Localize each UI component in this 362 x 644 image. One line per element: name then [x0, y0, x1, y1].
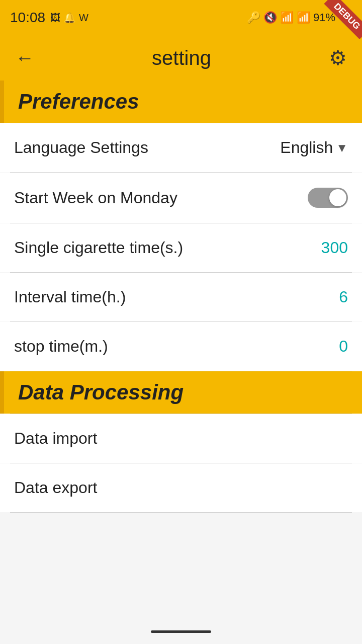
start-week-monday-row[interactable]: Start Week on Monday: [0, 173, 362, 223]
language-dropdown[interactable]: English ▼: [280, 138, 348, 157]
key-icon: 🔑: [247, 11, 260, 24]
gear-button[interactable]: ⚙: [329, 46, 347, 69]
image-icon: 🖼: [50, 12, 60, 24]
data-export-label: Data export: [14, 478, 97, 497]
back-button[interactable]: ←: [15, 48, 34, 67]
preferences-title: Preferences: [18, 90, 139, 113]
cigarette-time-label: Single cigarette time(s.): [14, 238, 183, 257]
stop-time-row[interactable]: stop time(m.) 0: [0, 322, 362, 371]
preferences-section-header: Preferences: [0, 80, 362, 123]
interval-time-label: Interval time(h.): [14, 288, 126, 306]
language-value: English: [280, 138, 333, 157]
status-icons: 🖼 🔔 W: [50, 12, 88, 24]
interval-time-value: 6: [339, 288, 348, 306]
toolbar-title: setting: [152, 47, 211, 69]
debug-label: DEBUG: [324, 0, 362, 39]
nav-indicator: [151, 630, 211, 633]
mute-icon: 🔇: [263, 11, 277, 24]
start-week-toggle[interactable]: [308, 188, 348, 208]
status-bar-left: 10:08 🖼 🔔 W: [10, 10, 88, 26]
w-icon: W: [79, 12, 88, 24]
divider-9: [10, 512, 352, 513]
status-time: 10:08: [10, 10, 45, 26]
interval-time-row[interactable]: Interval time(h.) 6: [0, 273, 362, 321]
language-settings-row[interactable]: Language Settings English ▼: [0, 123, 362, 172]
chevron-down-icon: ▼: [336, 141, 348, 155]
stop-time-label: stop time(m.): [14, 337, 108, 356]
data-import-label: Data import: [14, 429, 97, 448]
toggle-knob: [329, 189, 346, 206]
content: Preferences Language Settings English ▼ …: [0, 80, 362, 644]
data-export-row[interactable]: Data export: [0, 463, 362, 512]
data-processing-title: Data Processing: [18, 380, 184, 404]
data-import-row[interactable]: Data import: [0, 414, 362, 463]
signal-icon: 📶: [297, 11, 310, 24]
stop-time-value: 0: [339, 337, 348, 356]
data-processing-section-header: Data Processing: [0, 371, 362, 414]
toolbar: ← setting ⚙: [0, 35, 362, 80]
notification-icon: 🔔: [63, 12, 76, 24]
nav-bar: [0, 619, 362, 644]
cigarette-time-value: 300: [321, 238, 348, 257]
debug-ribbon: DEBUG: [322, 0, 362, 40]
status-bar: 10:08 🖼 🔔 W 🔑 🔇 📶 📶 91% 🔋: [0, 0, 362, 35]
wifi-icon: 📶: [280, 11, 294, 24]
cigarette-time-row[interactable]: Single cigarette time(s.) 300: [0, 223, 362, 272]
start-week-monday-label: Start Week on Monday: [14, 189, 177, 207]
language-settings-label: Language Settings: [14, 138, 148, 157]
